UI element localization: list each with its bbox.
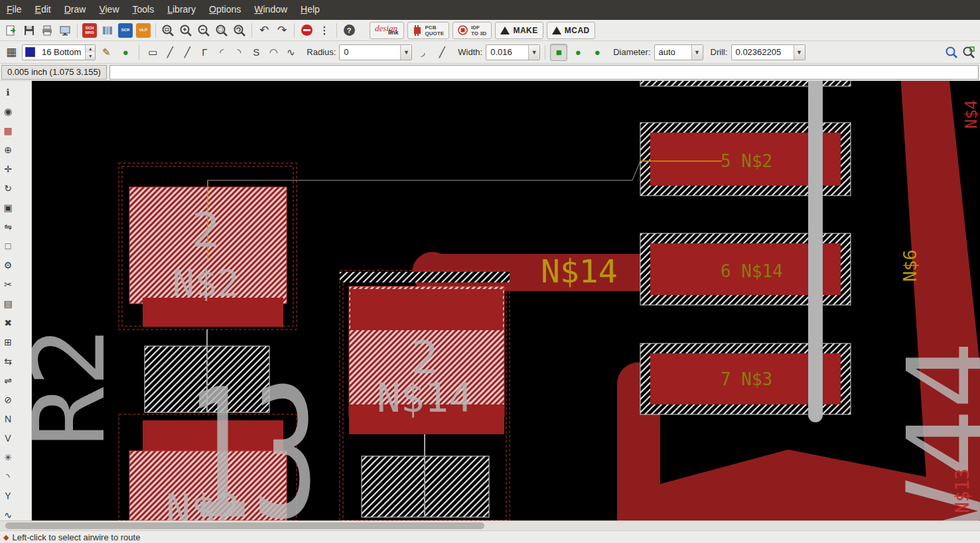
name-icon[interactable]: N	[0, 409, 16, 428]
replace-icon[interactable]: ⇌	[0, 371, 16, 390]
scrollbar-thumb[interactable]	[5, 522, 484, 529]
miter-straight-icon[interactable]: ╱	[433, 44, 451, 61]
pad-label-7: 7 N$3	[721, 369, 772, 389]
separator	[77, 23, 78, 38]
mcad-button[interactable]: MCAD	[547, 22, 595, 39]
cam-processor-icon[interactable]	[56, 22, 74, 39]
schematic-board-switch-icon[interactable]: SCHBRD	[81, 22, 98, 39]
miter-round-icon[interactable]: ◞	[414, 44, 431, 61]
overflow-menu-icon[interactable]: ⋮	[316, 22, 333, 39]
display-layers-icon[interactable]: ▦	[0, 121, 16, 140]
rotate-icon[interactable]: ↻	[0, 178, 16, 198]
print-icon[interactable]	[38, 22, 56, 39]
redo-icon[interactable]: ↷	[273, 22, 291, 39]
paste-icon[interactable]: ▤	[0, 294, 16, 313]
horizontal-scrollbar[interactable]	[0, 520, 980, 530]
bend-style-icon[interactable]: S	[247, 44, 265, 61]
search-object-icon[interactable]	[960, 44, 977, 61]
loop-removal-icon[interactable]: ●	[117, 44, 134, 61]
miter-icon[interactable]: ◝	[0, 467, 16, 486]
bend-style-icon[interactable]: ╱	[161, 44, 178, 61]
menu-bar: FileEditDrawViewToolsLibraryOptionsWindo…	[0, 0, 980, 20]
menu-item[interactable]: View	[92, 0, 125, 20]
open-icon[interactable]	[3, 22, 20, 39]
diameter-label: Diameter:	[613, 47, 650, 57]
bend-style-icon[interactable]: ╱	[178, 44, 196, 61]
undo-icon[interactable]: ↶	[255, 22, 273, 39]
run-ulp-icon[interactable]: ULP	[135, 22, 152, 39]
smash-icon[interactable]: ✳	[0, 448, 16, 467]
help-icon[interactable]: ?	[340, 22, 358, 39]
copy-icon[interactable]: ▣	[0, 198, 16, 217]
design-link-button[interactable]: design link	[370, 22, 404, 39]
command-line-input[interactable]	[109, 65, 979, 80]
menu-item[interactable]: Help	[294, 0, 326, 20]
layer-spinner[interactable]: ▲▼	[85, 45, 95, 60]
zoom-in-icon[interactable]	[177, 22, 194, 39]
diameter-value: auto	[655, 47, 691, 57]
pcb-quote-button[interactable]: PCBQUOTE	[407, 22, 449, 39]
run-script-icon[interactable]: SCR	[117, 22, 134, 39]
menu-item[interactable]: Library	[161, 0, 202, 20]
bend-style-icon[interactable]: ◠	[265, 44, 282, 61]
menu-item[interactable]: Edit	[29, 0, 58, 20]
cut-icon[interactable]: ✂	[0, 274, 16, 294]
bend-style-icon[interactable]: ▭	[144, 44, 161, 61]
change-icon[interactable]: ⚙	[0, 255, 16, 274]
board-canvas[interactable]: 2 N$2 13 N$2 R2 2 N$14 V44 5 N$2 6 N$14 …	[32, 81, 980, 520]
idf-icon	[458, 25, 468, 35]
via-octagon-icon[interactable]: ●	[589, 44, 606, 61]
bend-style-icon[interactable]: ◜	[213, 44, 230, 61]
grid-settings-icon[interactable]: ▦	[3, 44, 20, 61]
pinswap-icon[interactable]: ⇆	[0, 351, 16, 371]
show-icon[interactable]: ◉	[0, 101, 16, 121]
via-round-icon[interactable]: ●	[569, 44, 587, 61]
dropdown-arrow-icon[interactable]: ▼	[528, 45, 539, 60]
status-diamond-icon: ◆	[3, 533, 9, 542]
eagle-board-editor: FileEditDrawViewToolsLibraryOptionsWindo…	[0, 0, 980, 543]
dropdown-arrow-icon[interactable]: ▼	[794, 45, 805, 60]
autodesk-logo-icon	[552, 27, 561, 34]
info-icon[interactable]: ℹ	[0, 82, 16, 101]
width-combo[interactable]: 0.016 ▼	[486, 44, 540, 60]
dropdown-arrow-icon[interactable]: ▼	[691, 45, 703, 60]
radius-combo[interactable]: 0 ▼	[339, 44, 412, 60]
zoom-fit-icon[interactable]	[159, 22, 176, 39]
delete-icon[interactable]: ✖	[0, 313, 16, 332]
menu-item[interactable]: Window	[247, 0, 294, 20]
pad-label-5: 5 N$2	[721, 151, 772, 171]
idf-to-3d-button[interactable]: IDFTO 3D	[453, 22, 492, 39]
diameter-combo[interactable]: auto ▼	[654, 44, 703, 60]
lock-icon[interactable]: ⊘	[0, 390, 16, 409]
bend-style-icon[interactable]: Γ	[196, 44, 213, 61]
menu-item[interactable]: Tools	[126, 0, 161, 20]
top-layer-trace[interactable]	[808, 81, 823, 415]
menu-item[interactable]: File	[0, 0, 29, 20]
separator	[294, 23, 295, 38]
menu-item[interactable]: Options	[202, 0, 247, 20]
split-icon[interactable]: Y	[0, 486, 16, 505]
zoom-out-icon[interactable]	[195, 22, 212, 39]
group-icon[interactable]: □	[0, 236, 16, 255]
mark-icon[interactable]: ⊕	[0, 140, 16, 159]
mirror-icon[interactable]: ⇋	[0, 217, 16, 236]
select-signal-icon[interactable]: ✎	[98, 44, 115, 61]
move-icon[interactable]: ✛	[0, 159, 16, 178]
manage-libraries-icon[interactable]	[99, 22, 116, 39]
dropdown-arrow-icon[interactable]: ▼	[400, 45, 411, 60]
make-button[interactable]: MAKE	[495, 22, 543, 39]
drill-combo[interactable]: 0.02362205 ▼	[731, 44, 805, 60]
layer-select[interactable]: 16 Bottom ▲▼	[22, 44, 96, 60]
bend-style-icon[interactable]: ∿	[282, 44, 299, 61]
via-square-icon[interactable]: ■	[550, 44, 567, 61]
search-icon[interactable]	[943, 44, 960, 61]
net-label-n13: N$13	[951, 469, 973, 513]
zoom-select-icon[interactable]	[213, 22, 230, 39]
menu-item[interactable]: Draw	[58, 0, 93, 20]
save-icon[interactable]	[21, 22, 38, 39]
stop-icon[interactable]	[298, 22, 315, 39]
add-icon[interactable]: ⊞	[0, 332, 16, 351]
zoom-redraw-icon[interactable]	[231, 22, 248, 39]
value-icon[interactable]: V	[0, 428, 16, 448]
bend-style-icon[interactable]: ◝	[230, 44, 247, 61]
